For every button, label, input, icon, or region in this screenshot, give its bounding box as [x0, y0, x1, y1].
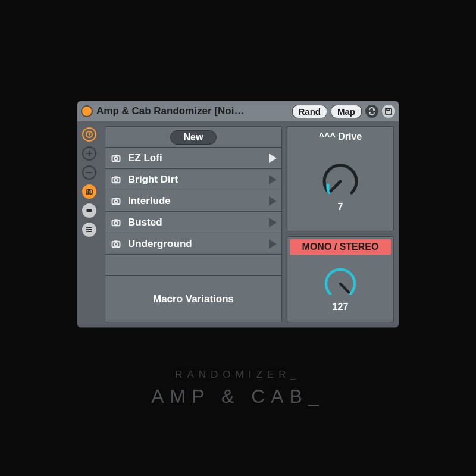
save-icon[interactable]	[382, 105, 395, 118]
device-titlebar: Amp & Cab Randomizer [Noi… Rand Map	[77, 101, 399, 121]
svg-rect-18	[112, 220, 120, 226]
new-preset-button[interactable]: New	[170, 130, 217, 145]
svg-rect-2	[86, 190, 92, 194]
preset-label: Underground	[128, 238, 263, 250]
mono-stereo-label[interactable]: MONO / STEREO	[290, 239, 391, 255]
drive-value: 7	[338, 202, 343, 212]
camera-icon	[110, 174, 122, 186]
svg-line-25	[340, 284, 349, 292]
plus-icon[interactable]	[82, 146, 96, 161]
svg-line-24	[331, 181, 340, 191]
macro-variations-label: Macro Variations	[105, 275, 281, 322]
device-title: Amp & Cab Randomizer [Noi…	[96, 105, 289, 117]
map-button[interactable]: Map	[331, 105, 362, 118]
svg-point-10	[114, 157, 117, 160]
svg-point-3	[88, 191, 90, 193]
svg-rect-17	[114, 198, 117, 199]
preset-row[interactable]: Busted	[105, 211, 281, 233]
play-icon[interactable]	[269, 196, 277, 206]
caption-line2: AMP & CAB_	[0, 386, 476, 408]
camera-icon	[110, 152, 122, 164]
svg-rect-0	[387, 108, 390, 111]
history-icon[interactable]	[82, 127, 96, 142]
mono-stereo-param: MONO / STEREO 127	[287, 236, 394, 322]
camera-icon[interactable]	[82, 184, 96, 199]
svg-point-16	[114, 200, 117, 203]
svg-rect-12	[112, 177, 120, 183]
svg-point-1	[86, 131, 92, 137]
play-icon[interactable]	[269, 154, 277, 163]
svg-rect-15	[112, 199, 120, 204]
svg-rect-11	[114, 155, 117, 156]
preset-panel: New EZ Lofi Bright Dirt	[105, 126, 282, 322]
drive-param: ^^^ Drive 7	[287, 126, 394, 231]
svg-rect-21	[112, 242, 120, 247]
caption-line1: RANDOMIZER_	[0, 369, 476, 381]
device-body: New EZ Lofi Bright Dirt	[77, 121, 399, 327]
svg-point-13	[114, 178, 117, 181]
play-icon[interactable]	[269, 218, 277, 227]
svg-point-22	[114, 243, 117, 246]
svg-rect-9	[112, 156, 120, 161]
svg-rect-14	[114, 176, 117, 178]
mono-stereo-value: 127	[333, 302, 349, 312]
sidebar	[82, 126, 100, 322]
svg-point-7	[86, 229, 87, 230]
mono-stereo-knob[interactable]	[321, 265, 359, 303]
svg-point-8	[86, 231, 87, 232]
preset-row[interactable]: EZ Lofi	[105, 147, 281, 168]
preset-label: Busted	[128, 217, 263, 228]
play-icon[interactable]	[269, 175, 277, 184]
svg-point-6	[86, 227, 87, 228]
caption: RANDOMIZER_ AMP & CAB_	[0, 369, 476, 408]
list-icon[interactable]	[82, 223, 96, 237]
preset-list: EZ Lofi Bright Dirt In	[105, 147, 281, 275]
svg-rect-23	[114, 240, 117, 242]
drive-label: ^^^ Drive	[290, 130, 391, 145]
preset-row[interactable]: Underground	[105, 233, 281, 254]
device-active-dot[interactable]	[81, 105, 93, 117]
preset-row[interactable]: Bright Dirt	[105, 168, 281, 190]
preset-label: Interlude	[128, 195, 263, 207]
rand-button[interactable]: Rand	[292, 105, 328, 118]
collapse-icon[interactable]	[82, 203, 96, 218]
preset-row[interactable]: Interlude	[105, 190, 281, 211]
preset-label: EZ Lofi	[128, 152, 263, 164]
svg-rect-20	[114, 219, 117, 221]
camera-icon	[110, 195, 122, 207]
swap-icon[interactable]	[365, 105, 378, 118]
svg-rect-5	[87, 209, 92, 212]
preset-row-empty	[105, 254, 281, 275]
camera-icon	[110, 217, 122, 228]
minus-icon[interactable]	[82, 165, 96, 180]
drive-knob[interactable]	[319, 160, 362, 203]
svg-point-19	[114, 221, 117, 224]
svg-rect-4	[88, 189, 90, 190]
param-panel: ^^^ Drive 7 MONO / STEREO	[287, 126, 394, 322]
preset-label: Bright Dirt	[128, 174, 263, 186]
device-rack: Amp & Cab Randomizer [Noi… Rand Map	[77, 101, 399, 327]
camera-icon	[110, 238, 122, 250]
play-icon[interactable]	[269, 239, 277, 249]
